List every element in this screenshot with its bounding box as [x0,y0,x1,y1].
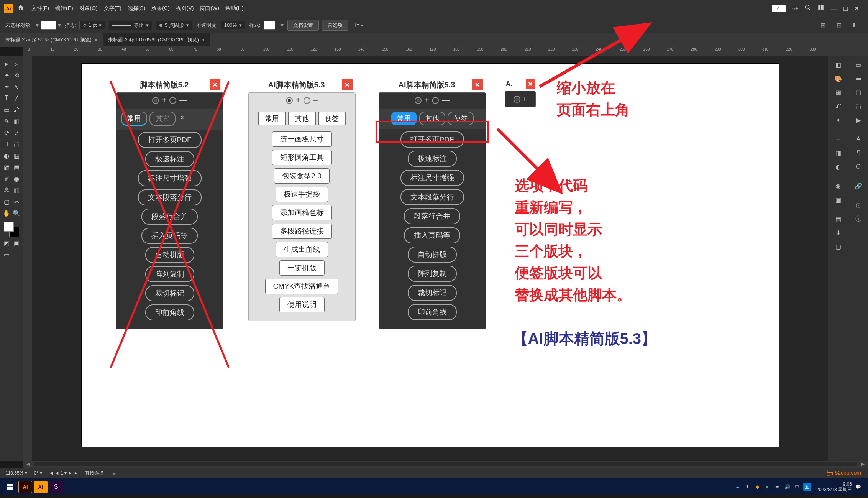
plugin-button[interactable]: 极速标注 [145,151,194,167]
artboards-panel-icon[interactable]: ▢ [832,240,845,253]
plugin-button[interactable]: 一键拼版 [279,260,325,276]
radio-on[interactable] [152,97,159,104]
swatches-panel-icon[interactable]: ▦ [832,86,845,99]
radio-off[interactable] [304,97,310,104]
tab-notes[interactable]: 便签 [318,112,346,125]
draw-mode[interactable]: ▣ [11,238,21,248]
plugin-button[interactable]: 矩形圆角工具 [272,150,332,165]
opentype-panel-icon[interactable]: O [852,160,865,173]
notification-icon[interactable]: 💬 [854,483,862,491]
actions-panel-icon[interactable]: ▶ [852,113,865,127]
links-panel-icon[interactable]: 🔗 [852,179,865,192]
eyedropper-tool[interactable]: ✐ [2,173,11,184]
shaper-tool[interactable]: ✎ [2,116,11,127]
align-icon[interactable]: ⫴≡ ▾ [354,22,363,28]
close-tab-icon[interactable]: × [202,37,205,43]
pen-tool[interactable]: ✒ [2,81,11,92]
graphic-style[interactable] [264,21,275,30]
rotation[interactable]: 0° ▾ [34,470,42,476]
menu-help[interactable]: 帮助(H) [225,5,243,12]
paragraph-panel-icon[interactable]: ¶ [852,146,865,159]
eraser-tool[interactable]: ◧ [11,116,21,127]
tab-other[interactable]: 其他 [288,112,316,125]
symbol-sprayer-tool[interactable]: ⁂ [2,185,11,196]
search-icon[interactable] [804,4,811,13]
scale-tool[interactable]: ⤢ [11,127,21,138]
plugin-button[interactable]: 生成出血线 [276,242,328,257]
screen-mode[interactable]: ▭ [2,249,11,260]
plugin-button[interactable]: 裁切标记 [408,285,457,301]
hand-tool[interactable]: ✋ [2,208,11,219]
panel-icon[interactable]: ⊞ [820,21,828,29]
plugin-button[interactable]: 统一画板尺寸 [272,131,332,147]
plugin-button[interactable]: 极速手提袋 [276,187,328,202]
chevron-down-icon[interactable]: ▾ [36,21,39,29]
graphic-styles-panel-icon[interactable]: ▣ [832,193,845,206]
plugin-button[interactable]: 极速标注 [408,151,457,167]
opacity-value[interactable]: 100%▾ [221,21,245,29]
sound-icon[interactable]: 🔊 [783,483,791,491]
tray-icon[interactable]: ⬆ [743,483,751,491]
ime-icon[interactable]: 中 [793,483,801,491]
plugin-button[interactable]: 自动拼版 [408,247,457,263]
menu-type[interactable]: 文字(T) [104,5,121,12]
rectangle-tool[interactable]: ▭ [2,104,11,115]
plugin-button[interactable]: 段落行合并 [141,209,198,225]
tray-icon[interactable]: ☁ [733,483,741,491]
brush-definition[interactable]: 5 点圆形▾ [156,21,192,30]
layers-panel-icon[interactable]: ▤ [832,212,845,225]
arrange-documents-icon[interactable] [817,4,824,13]
close-button[interactable]: ✕ [472,79,483,90]
close-button[interactable]: ✕ [526,79,535,89]
tab-other[interactable]: 其它 [149,112,176,126]
doc-tab-2[interactable]: 未标题-2 @ 110.65 % (CMYK/CPU 预览)× [103,33,210,46]
tray-icon[interactable]: ⬌ [773,483,781,491]
character-panel-icon[interactable]: A [852,133,865,146]
plugin-button[interactable]: 多段路径连接 [272,224,332,239]
tab-more-icon[interactable]: » [178,112,188,126]
menu-window[interactable]: 窗口(W) [200,5,219,12]
perspective-tool[interactable]: ▦ [11,150,21,161]
symbols-panel-icon[interactable]: ✦ [832,113,845,127]
taskbar-app[interactable]: S [49,481,63,493]
zoom-tool[interactable]: 🔍 [11,208,21,219]
artboard-tool[interactable]: ▢ [2,196,11,207]
selection-tool[interactable]: ▸ [2,58,11,69]
plugin-button[interactable]: 使用说明 [279,297,325,312]
color-panel-icon[interactable]: 🎨 [832,72,845,85]
slice-tool[interactable]: ✂ [11,196,21,207]
lasso-tool[interactable]: ⟲ [11,70,21,81]
preferences-button[interactable]: 首选项 [322,20,348,31]
gradient-panel-icon[interactable]: ◨ [832,146,845,159]
plugin-button[interactable]: 段落行合并 [404,208,460,224]
fill-swatch[interactable] [41,21,56,30]
stroke-weight[interactable]: ≎1 pt▾ [79,21,105,29]
plugin-button[interactable]: 插入页码等 [404,227,460,243]
tab-common[interactable]: 常用 [258,112,286,125]
menu-effect[interactable]: 效果(C) [151,5,169,12]
chevron-right-icon[interactable]: ▸ [113,470,116,477]
plugin-button[interactable]: 阵列复制 [145,266,194,282]
stroke-panel-icon[interactable]: ≡ [832,133,845,146]
plugin-button[interactable]: 标注尺寸增强 [138,170,202,186]
radio-off[interactable] [169,97,176,104]
blend-tool[interactable]: ◉ [11,173,21,184]
plugin-button[interactable]: 添加画稿色标 [272,205,332,220]
window-maximize[interactable]: □ [843,5,848,13]
close-button[interactable]: ✕ [210,79,220,90]
pathfinder-panel-icon[interactable]: ◫ [852,86,865,99]
edit-toolbar[interactable]: ⋯ [11,249,21,260]
plugin-button[interactable]: 包装盒型2.0 [274,168,329,184]
chevron-down-icon[interactable]: ▾ [58,21,61,29]
menu-view[interactable]: 视图(V) [176,5,194,12]
rotate-tool[interactable]: ⟳ [2,127,11,138]
menu-select[interactable]: 选择(S) [128,5,146,12]
tray-icon[interactable]: ● [763,483,771,491]
taskbar-app-illustrator[interactable]: Ai [18,481,32,493]
chevron-down-icon[interactable]: ▾ [281,21,284,29]
line-tool[interactable]: ╱ [11,93,21,104]
tab-common[interactable]: 常用 [121,112,147,126]
magic-wand-tool[interactable]: ✦ [2,70,11,81]
curvature-tool[interactable]: ∿ [11,81,21,92]
plugin-button[interactable]: 裁切标记 [145,285,194,301]
